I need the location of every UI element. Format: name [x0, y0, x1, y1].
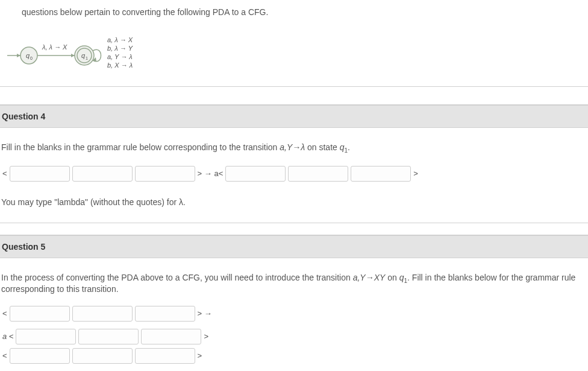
q4-sep-arrow: > → a< [196, 169, 225, 178]
svg-text:b, X → λ: b, X → λ [107, 62, 133, 69]
svg-text:a, Y → λ: a, Y → λ [107, 53, 133, 60]
q5-l1-open: < [1, 309, 8, 318]
svg-marker-6 [71, 54, 75, 57]
q4-sep-open: < [1, 169, 8, 178]
q4-blank-6[interactable] [351, 166, 411, 182]
svg-text:a, λ → X: a, λ → X [107, 36, 133, 43]
svg-text:b, λ → Y: b, λ → Y [107, 45, 133, 52]
q5-line3: < > [1, 348, 588, 364]
q4-sep-close: > [412, 169, 419, 178]
q5-l2-blank-3[interactable] [141, 329, 201, 344]
q4-prompt-mid: on state [305, 142, 340, 152]
question-4-prompt: Fill in the blanks in the grammar rule b… [1, 142, 588, 154]
q5-l3-blank-2[interactable] [72, 348, 133, 364]
svg-marker-1 [17, 54, 20, 57]
q5-line2: a < > [1, 329, 588, 344]
question-5-prompt: In the process of converting the PDA abo… [1, 273, 588, 294]
spacer [0, 87, 588, 105]
q5-l2-blank-2[interactable] [78, 329, 139, 344]
svg-text:q: q [81, 52, 86, 59]
q5-l2-blank-1[interactable] [16, 329, 76, 344]
q5-l2-close: > [202, 332, 210, 341]
q4-blank-1[interactable] [10, 166, 70, 182]
q4-note: You may type "lambda" (without the quote… [1, 197, 588, 207]
q5-l1-blank-1[interactable] [10, 306, 70, 322]
question-4-header: Question 4 [0, 105, 588, 128]
separator [0, 223, 588, 235]
svg-text:λ, λ → X: λ, λ → X [42, 43, 67, 51]
q5-l1-blank-2[interactable] [72, 306, 133, 322]
question-4-body: Fill in the blanks in the grammar rule b… [0, 128, 588, 223]
svg-text:1: 1 [86, 56, 88, 60]
q5-l3-close: > [196, 351, 204, 360]
q5-l1-blank-3[interactable] [135, 306, 195, 322]
q5-transition: a,Y→XY [353, 273, 386, 282]
q4-blanks: < > → a< > [1, 166, 588, 182]
question-5-body: In the process of converting the PDA abo… [0, 258, 588, 371]
intro-section: questions below pertain to converting th… [0, 0, 588, 87]
q4-prompt-suffix: . [348, 142, 350, 152]
q4-prompt-prefix: Fill in the blanks in the grammar rule b… [1, 142, 280, 152]
q5-l2-open: a < [1, 332, 14, 341]
q4-state: q [340, 142, 345, 152]
q4-blank-3[interactable] [135, 166, 195, 182]
q5-prompt-mid: on [385, 273, 399, 282]
svg-text:0: 0 [30, 56, 33, 60]
q4-blank-2[interactable] [72, 166, 133, 182]
q5-line1: < > → [1, 306, 588, 322]
q5-prompt-prefix: In the process of converting the PDA abo… [1, 273, 353, 282]
svg-text:q: q [26, 52, 30, 59]
q5-l3-blank-3[interactable] [135, 348, 195, 364]
q4-transition: a,Y→λ [280, 142, 305, 152]
q5-l1-arrow: > → [196, 309, 213, 318]
q4-blank-4[interactable] [225, 166, 286, 182]
q5-l3-open: < [1, 351, 8, 360]
q5-l3-blank-1[interactable] [10, 348, 70, 364]
intro-text: questions below pertain to converting th… [0, 7, 588, 17]
q4-blank-5[interactable] [288, 166, 348, 182]
pda-diagram: q 0 λ, λ → X q 1 a, λ → X b, λ → Y a, Y … [0, 27, 588, 78]
question-5-header: Question 5 [0, 235, 588, 258]
